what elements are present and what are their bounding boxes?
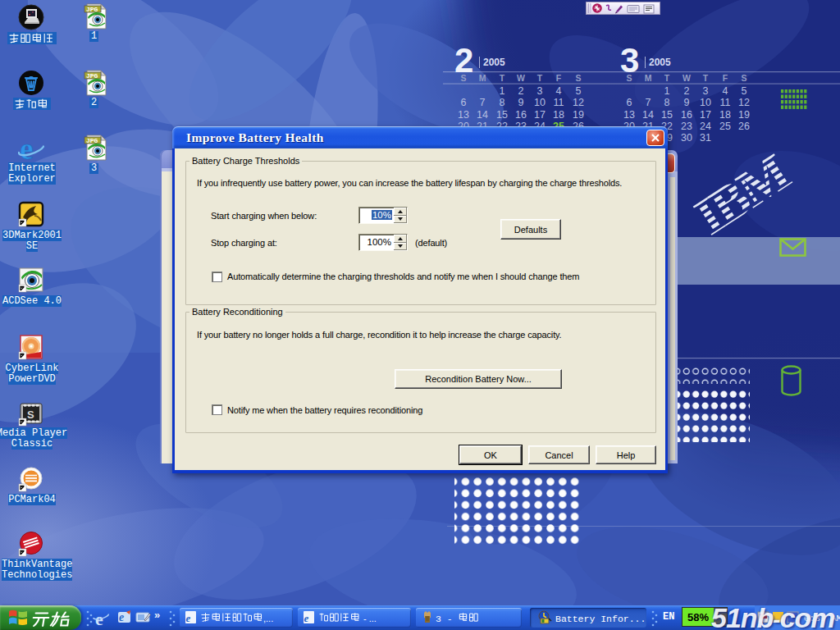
svg-text:e: e [304, 612, 309, 624]
svg-text:e: e [119, 611, 124, 623]
svg-text:JPG: JPG [86, 137, 98, 144]
svg-text:e: e [20, 135, 33, 161]
svg-text:- ...: - ... [363, 614, 377, 623]
svg-text:»: » [154, 609, 160, 621]
svg-text:JPG: JPG [86, 72, 98, 80]
svg-text:Battery Infor...: Battery Infor... [555, 614, 646, 624]
svg-text:JPG: JPG [86, 6, 98, 13]
svg-text:e: e [186, 612, 191, 624]
svg-text:,...: ,... [263, 614, 273, 623]
svg-text:3 -: 3 - [436, 614, 453, 624]
svg-text:S: S [27, 409, 34, 421]
